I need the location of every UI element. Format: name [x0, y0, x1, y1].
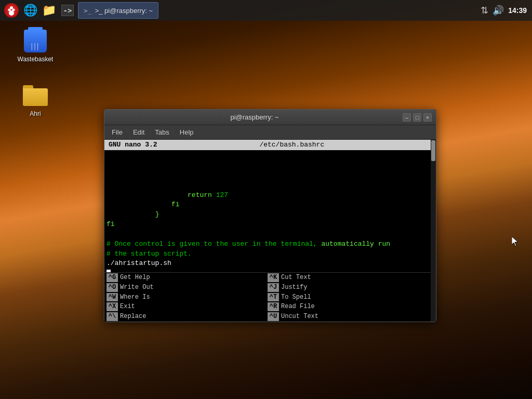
shortcut-key-w: ^W: [107, 293, 118, 302]
globe-icon: 🌐: [23, 4, 37, 17]
shortcut-label-uncut-text: Uncut Text: [281, 312, 318, 321]
wastebasket-image: [23, 29, 48, 54]
menu-tabs[interactable]: Tabs: [151, 127, 173, 137]
taskbar: 🌐 📁 -> >_ >_ pi@raspberry: ~ ⇅ 🔊 14:39: [0, 0, 532, 21]
terminal-launch-icon: ->: [61, 5, 74, 16]
network-arrows-icon: ⇅: [481, 5, 488, 16]
menu-file[interactable]: File: [108, 127, 127, 137]
file-manager-button[interactable]: 📁: [41, 2, 57, 19]
svg-marker-4: [512, 236, 518, 246]
window-close-button[interactable]: ×: [423, 113, 432, 122]
scrollbar[interactable]: [431, 140, 436, 322]
nano-line: [107, 230, 429, 240]
folder-graphic: [23, 85, 48, 106]
shortcut-key-j: ^J: [268, 283, 279, 292]
nano-shortcuts-bar: ^G Get Help ^K Cut Text ^O Write Out ^J …: [104, 272, 431, 322]
active-terminal-label: >_ pi@raspberry: ~: [95, 7, 153, 15]
rpi-icon: [7, 5, 16, 16]
taskbar-left: 🌐 📁 -> >_ >_ pi@raspberry: ~: [0, 2, 162, 19]
nano-comment-line1: # Once control is given to the user in t…: [107, 240, 429, 249]
shortcut-label-exit: Exit: [120, 302, 135, 311]
svg-point-3: [9, 10, 14, 16]
active-terminal-taskbar-button[interactable]: >_ >_ pi@raspberry: ~: [78, 2, 158, 19]
terminal-title: pi@raspberry: ~: [109, 113, 401, 121]
desktop: 🌐 📁 -> >_ >_ pi@raspberry: ~ ⇅ 🔊 14:39: [0, 0, 532, 399]
window-maximize-button[interactable]: □: [413, 113, 421, 122]
shortcut-write-out: ^O Write Out: [107, 283, 268, 292]
ahri-folder-image: [23, 83, 48, 108]
taskbar-right: ⇅ 🔊 14:39: [475, 5, 532, 16]
folder-icon: 📁: [42, 4, 56, 17]
shortcut-justify: ^J Justify: [268, 283, 429, 292]
shortcut-key-k: ^K: [268, 273, 279, 282]
menu-edit[interactable]: Edit: [129, 127, 149, 137]
wastebasket-icon[interactable]: Wastebasket: [15, 29, 56, 63]
wastebasket-label: Wastebasket: [18, 56, 54, 63]
ahri-folder-icon[interactable]: Ahri: [15, 83, 56, 117]
nano-cursor-line: [107, 269, 429, 272]
volume-icon: 🔊: [493, 5, 504, 16]
shortcut-key-g: ^G: [107, 273, 118, 282]
terminal-titlebar: pi@raspberry: ~ – □ ×: [104, 110, 436, 125]
scrollbar-thumb[interactable]: [431, 140, 435, 161]
shortcut-label-where-is: Where Is: [120, 293, 150, 302]
window-minimize-button[interactable]: –: [403, 113, 411, 122]
nano-line: }: [107, 210, 429, 220]
nano-line: [107, 151, 429, 161]
nano-filename: /etc/bash.bashrc: [157, 140, 427, 150]
shortcut-cut-text: ^K Cut Text: [268, 273, 429, 283]
shortcut-where-is: ^W Where Is: [107, 292, 268, 302]
nano-comment-line2: # the startup script.: [107, 249, 429, 259]
mouse-cursor: [512, 236, 518, 247]
shortcut-exit: ^X Exit: [107, 302, 268, 312]
shortcut-label-write-out: Write Out: [120, 283, 154, 292]
nano-editor-area: GNU nano 3.2 /etc/bash.bashrc return 127: [104, 140, 436, 322]
nano-line: [107, 181, 429, 191]
terminal-menubar: File Edit Tabs Help: [104, 125, 436, 140]
trash-graphic: [24, 30, 47, 52]
shortcut-label-get-help: Get Help: [120, 273, 150, 282]
shortcut-read-file: ^R Read File: [268, 302, 429, 312]
nano-line: fi: [107, 200, 429, 210]
ahri-folder-label: Ahri: [30, 110, 41, 117]
shortcut-key-backslash: ^\: [107, 312, 118, 321]
shortcut-key-t: ^T: [268, 293, 279, 302]
nano-titlebar: GNU nano 3.2 /etc/bash.bashrc: [104, 140, 431, 150]
raspberry-pi-menu-button[interactable]: [3, 2, 20, 19]
shortcut-key-o: ^O: [107, 283, 118, 292]
terminal-launcher-button[interactable]: ->: [59, 2, 76, 19]
nano-version: GNU nano 3.2: [109, 140, 157, 150]
shortcut-label-justify: Justify: [281, 283, 307, 292]
shortcut-label-read-file: Read File: [281, 302, 315, 311]
nano-line: return 127: [107, 191, 429, 201]
system-clock: 14:39: [508, 6, 527, 15]
nano-line: [107, 171, 429, 181]
nano-body[interactable]: return 127 fi } fi # Once control is giv…: [104, 150, 431, 272]
shortcut-label-cut-text: Cut Text: [281, 273, 311, 282]
nano-line: [107, 161, 429, 171]
shortcut-key-x: ^X: [107, 302, 118, 311]
svg-point-0: [10, 6, 13, 9]
shortcut-label-replace: Replace: [120, 312, 146, 321]
shortcut-label-to-spell: To Spell: [281, 293, 311, 302]
nano-script-line: ./ahristartup.sh: [107, 259, 429, 269]
shortcut-get-help: ^G Get Help: [107, 273, 268, 283]
terminal-window: pi@raspberry: ~ – □ × File Edit Tabs Hel…: [104, 109, 436, 322]
shortcut-to-spell: ^T To Spell: [268, 292, 429, 302]
nano-editor[interactable]: GNU nano 3.2 /etc/bash.bashrc return 127: [104, 140, 431, 322]
shortcut-key-r: ^R: [268, 302, 279, 311]
active-terminal-icon: >_: [84, 7, 92, 15]
raspberry-pi-logo: [4, 3, 19, 18]
shortcut-key-u: ^U: [268, 312, 279, 321]
shortcut-uncut-text: ^U Uncut Text: [268, 312, 429, 322]
shortcut-replace: ^\ Replace: [107, 312, 268, 322]
menu-help[interactable]: Help: [176, 127, 198, 137]
nano-line: fi: [107, 220, 429, 230]
web-browser-button[interactable]: 🌐: [22, 2, 38, 19]
